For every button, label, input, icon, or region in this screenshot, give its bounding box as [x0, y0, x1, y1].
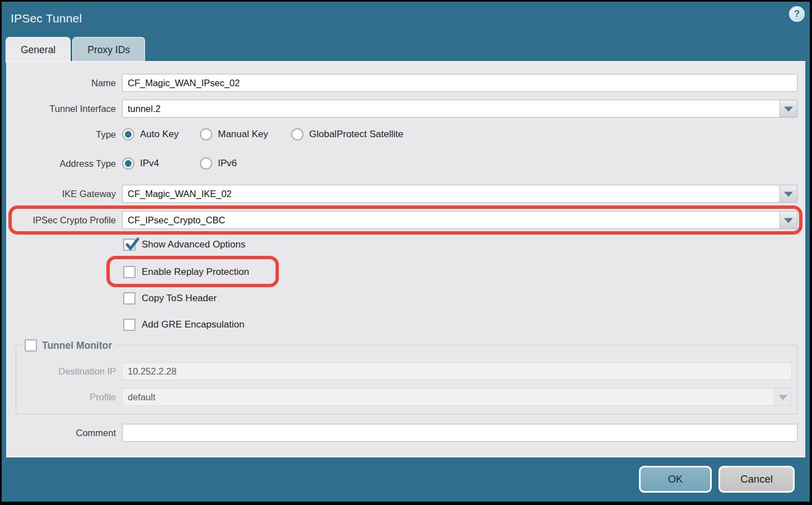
enable-replay-protection-checkbox[interactable] [123, 266, 136, 278]
ike-gateway-row: IKE Gateway [6, 185, 797, 203]
type-option-globalprotect-satellite[interactable]: GlobalProtect Satellite [291, 128, 403, 141]
type-row: Type Auto Key Manual Key GlobalProtect S… [6, 127, 797, 142]
ipsec-tunnel-dialog: IPSec Tunnel ? General Proxy IDs Name Tu… [2, 2, 810, 502]
ipsec-crypto-profile-dropdown-button[interactable] [780, 211, 797, 229]
general-tab-panel: Name Tunnel Interface Type Auto Key Manu… [6, 61, 805, 457]
tunnel-interface-input[interactable] [122, 100, 797, 118]
manual-key-label: Manual Key [218, 129, 268, 140]
show-advanced-options-label: Show Advanced Options [142, 239, 245, 250]
profile-dropdown-button [774, 388, 792, 406]
type-option-auto-key[interactable]: Auto Key [122, 128, 200, 141]
ipsec-crypto-profile-label: IPSec Crypto Profile [6, 215, 116, 226]
ipsec-crypto-profile-input[interactable] [122, 211, 797, 229]
tab-proxy-ids[interactable]: Proxy IDs [72, 37, 145, 63]
ipv4-radio[interactable] [122, 157, 134, 170]
ipv4-label: IPv4 [140, 158, 159, 169]
ike-gateway-field-wrap [122, 185, 797, 203]
dialog-footer: OK Cancel [2, 458, 810, 502]
address-type-option-ipv4[interactable]: IPv4 [122, 157, 200, 170]
globalprotect-satellite-label: GlobalProtect Satellite [309, 129, 403, 140]
name-input[interactable] [122, 74, 797, 92]
name-row: Name [6, 74, 797, 92]
add-gre-encapsulation-checkbox-row[interactable]: Add GRE Encapsulation [123, 317, 244, 333]
tab-proxy-ids-label: Proxy IDs [87, 44, 130, 56]
destination-ip-input [122, 362, 792, 380]
checkmark-icon [124, 237, 140, 253]
name-field-wrap [122, 74, 797, 92]
profile-input [122, 388, 792, 406]
dialog-titlebar: IPSec Tunnel ? [2, 2, 810, 35]
add-gre-encapsulation-checkbox[interactable] [123, 319, 136, 331]
ike-gateway-input[interactable] [122, 185, 797, 203]
ipv6-radio[interactable] [200, 157, 212, 170]
cancel-button[interactable]: Cancel [718, 466, 795, 493]
profile-row: Profile [6, 388, 792, 406]
comment-row: Comment [6, 424, 797, 442]
comment-input[interactable] [122, 424, 797, 442]
profile-field-wrap [122, 388, 792, 406]
comment-label: Comment [6, 428, 116, 438]
tab-general[interactable]: General [6, 37, 71, 63]
ike-gateway-dropdown-button[interactable] [780, 185, 797, 203]
type-label: Type [6, 129, 116, 140]
enable-replay-protection-label: Enable Replay Protection [142, 266, 249, 278]
globalprotect-satellite-radio[interactable] [291, 128, 304, 141]
tab-bar: General Proxy IDs [6, 37, 145, 63]
auto-key-radio[interactable] [122, 128, 134, 141]
copy-tos-header-label: Copy ToS Header [142, 293, 217, 304]
ok-button[interactable]: OK [639, 466, 712, 493]
tab-general-label: General [21, 44, 55, 56]
ike-gateway-label: IKE Gateway [6, 189, 116, 199]
tunnel-monitor-legend[interactable]: Tunnel Monitor [24, 338, 117, 353]
ipv6-label: IPv6 [218, 158, 237, 169]
help-icon-glyph: ? [794, 8, 800, 20]
enable-replay-protection-checkbox-row[interactable]: Enable Replay Protection [123, 264, 249, 280]
tunnel-interface-field-wrap [122, 100, 797, 118]
copy-tos-header-checkbox[interactable] [123, 292, 136, 305]
help-icon[interactable]: ? [789, 6, 805, 22]
show-advanced-options-checkbox[interactable] [123, 239, 136, 251]
ipsec-crypto-profile-row: IPSec Crypto Profile [6, 211, 797, 229]
tunnel-monitor-label: Tunnel Monitor [42, 340, 112, 352]
tunnel-interface-label: Tunnel Interface [6, 104, 116, 114]
destination-ip-label: Destination IP [6, 366, 116, 377]
tunnel-interface-row: Tunnel Interface [6, 100, 797, 118]
destination-ip-row: Destination IP [6, 362, 792, 380]
address-type-option-ipv6[interactable]: IPv6 [200, 157, 237, 170]
manual-key-radio[interactable] [200, 128, 212, 141]
show-advanced-options-checkbox-row[interactable]: Show Advanced Options [123, 237, 245, 252]
ipsec-crypto-profile-field-wrap [122, 211, 797, 229]
profile-label: Profile [6, 392, 116, 403]
destination-ip-field-wrap [122, 362, 792, 380]
type-option-manual-key[interactable]: Manual Key [200, 128, 291, 141]
copy-tos-header-checkbox-row[interactable]: Copy ToS Header [123, 291, 217, 306]
address-type-row: Address Type IPv4 IPv6 [6, 156, 797, 171]
address-type-label: Address Type [6, 158, 116, 169]
tunnel-interface-dropdown-button[interactable] [780, 100, 797, 118]
name-label: Name [6, 78, 116, 88]
tunnel-monitor-checkbox[interactable] [25, 339, 37, 352]
add-gre-encapsulation-label: Add GRE Encapsulation [142, 319, 244, 330]
dialog-title: IPSec Tunnel [11, 12, 82, 25]
comment-field-wrap [122, 424, 797, 442]
auto-key-label: Auto Key [140, 129, 179, 140]
